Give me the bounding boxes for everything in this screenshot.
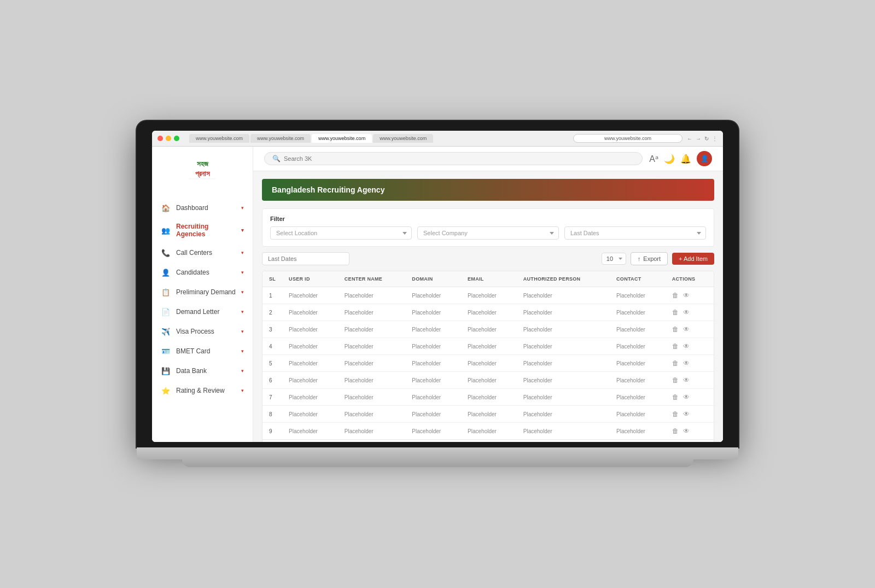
laptop-foot [182,459,693,467]
delete-icon[interactable]: 🗑 [672,292,679,299]
svg-text:প্রনাস: প্রনাস [195,170,211,178]
sidebar-item-dashboard[interactable]: 🏠 Dashboard ▾ [152,198,253,218]
sidebar-label-visa-process: Visa Process [176,328,236,335]
cell-center-name: Placeholder [338,355,406,372]
sidebar-item-recruiting-agencies[interactable]: 👥 Recruiting Agencies ▾ [152,218,253,243]
delete-icon[interactable]: 🗑 [672,410,679,418]
cell-actions: 🗑 👁 [666,389,714,406]
location-filter[interactable]: Select Location [270,226,412,240]
cell-domain: Placeholder [405,423,461,440]
cell-contact: Placeholder [610,287,666,304]
delete-icon[interactable]: 🗑 [672,427,679,435]
cell-contact: Placeholder [610,423,666,440]
cell-auth-person: Placeholder [517,304,610,321]
browser-tab-1[interactable]: www.youwebsite.com [189,134,249,143]
font-size-icon[interactable]: Aᵃ [649,154,658,164]
view-icon[interactable]: 👁 [683,393,690,401]
cell-sl: 6 [262,372,282,389]
sidebar-item-demand-letter[interactable]: 📄 Demand Letter ▾ [152,302,253,322]
cell-actions: 🗑 👁 [666,287,714,304]
delete-icon[interactable]: 🗑 [672,325,679,333]
browser-tab-3[interactable]: www.youwebsite.com [312,134,372,143]
browser-menu-icon[interactable]: ⋮ [712,136,718,142]
sidebar-label-preliminary-demand: Preliminary Demand [176,288,236,296]
cell-sl: 3 [262,321,282,338]
view-icon[interactable]: 👁 [683,342,690,350]
search-input[interactable] [284,155,634,162]
browser-reload-icon[interactable]: ↻ [704,136,709,142]
company-filter[interactable]: Select Company [417,226,559,240]
add-item-button[interactable]: + Add Item [672,253,714,265]
date-filter[interactable]: Last Dates [564,226,706,240]
browser-tab-4[interactable]: www.youwebsite.com [373,134,433,143]
sidebar-item-rating-review[interactable]: ⭐ Rating & Review ▾ [152,381,253,400]
cell-email: Placeholder [461,338,517,355]
cell-actions: 🗑 👁 [666,423,714,440]
sidebar-item-data-bank[interactable]: 💾 Data Bank ▾ [152,361,253,381]
close-button[interactable] [158,136,163,141]
sidebar-item-candidates[interactable]: 👤 Candidates ▾ [152,263,253,282]
bell-icon[interactable]: 🔔 [680,154,691,164]
view-icon[interactable]: 👁 [683,308,690,316]
page-header: Bangladesh Recruiting Agency [262,179,714,201]
topbar: 🔍 Aᵃ 🌙 🔔 👤 [253,147,723,171]
sidebar-item-bmet-card[interactable]: 🪪 BMET Card ▾ [152,341,253,361]
browser-tab-2[interactable]: www.youwebsite.com [250,134,311,143]
address-bar[interactable]: www.youwebsite.com [573,134,682,143]
cell-domain: Placeholder [405,406,461,423]
rating-review-icon: ⭐ [161,386,171,395]
cell-auth-person: Placeholder [517,355,610,372]
delete-icon[interactable]: 🗑 [672,376,679,384]
view-icon[interactable]: 👁 [683,292,690,299]
page-title: Bangladesh Recruiting Agency [272,185,384,194]
cell-actions: 🗑 👁 [666,338,714,355]
dashboard-icon: 🏠 [161,203,171,213]
cell-auth-person: Placeholder [517,423,610,440]
table-row: 8 Placeholder Placeholder Placeholder Pl… [262,406,714,423]
cell-sl: 5 [262,355,282,372]
col-header-email: EMAIL [461,271,517,287]
filter-row: Select Location Select Company Last Date… [270,226,706,240]
sidebar-label-data-bank: Data Bank [176,367,236,375]
browser-back-icon[interactable]: ← [687,136,692,142]
sidebar-item-preliminary-demand[interactable]: 📋 Preliminary Demand ▾ [152,282,253,302]
cell-domain: Placeholder [405,287,461,304]
delete-icon[interactable]: 🗑 [672,342,679,350]
minimize-button[interactable] [166,136,171,141]
delete-icon[interactable]: 🗑 [672,359,679,367]
cell-contact: Placeholder [610,304,666,321]
view-icon[interactable]: 👁 [683,376,690,384]
screen-inner: www.youwebsite.com www.youwebsite.com ww… [152,131,723,442]
cell-actions: 🗑 👁 [666,372,714,389]
cell-sl: 4 [262,338,282,355]
cell-sl: 9 [262,423,282,440]
delete-icon[interactable]: 🗑 [672,393,679,401]
toolbar-date-input[interactable] [262,252,349,265]
view-icon[interactable]: 👁 [683,410,690,418]
per-page-select[interactable]: 10 20 50 [602,253,626,265]
sidebar-item-visa-process[interactable]: ✈️ Visa Process ▾ [152,322,253,341]
cell-domain: Placeholder [405,321,461,338]
view-icon[interactable]: 👁 [683,427,690,435]
cell-auth-person: Placeholder [517,389,610,406]
maximize-button[interactable] [174,136,179,141]
view-icon[interactable]: 👁 [683,359,690,367]
browser-forward-icon[interactable]: → [696,136,701,142]
cell-email: Placeholder [461,287,517,304]
cell-sl: 2 [262,304,282,321]
cell-contact: Placeholder [610,355,666,372]
visa-process-icon: ✈️ [161,327,171,336]
moon-icon[interactable]: 🌙 [664,154,675,164]
cell-center-name: Placeholder [338,372,406,389]
bmet-card-icon: 🪪 [161,346,171,356]
browser-tabs: www.youwebsite.com www.youwebsite.com ww… [189,134,569,143]
preliminary-demand-arrow: ▾ [241,289,244,295]
delete-icon[interactable]: 🗑 [672,308,679,316]
export-button[interactable]: ↑ Export [631,252,668,265]
cell-contact: Placeholder [610,406,666,423]
avatar[interactable]: 👤 [697,151,712,166]
sidebar-item-call-centers[interactable]: 📞 Call Centers ▾ [152,243,253,263]
view-icon[interactable]: 👁 [683,325,690,333]
logo-svg: সহজ প্রনাস [183,154,221,187]
search-box[interactable]: 🔍 [264,152,643,165]
